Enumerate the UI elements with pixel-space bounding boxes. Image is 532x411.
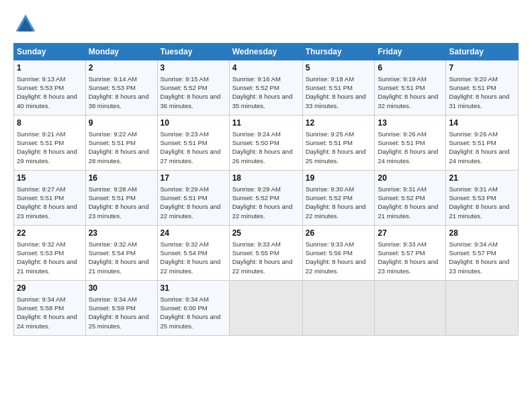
- day-number: 6: [378, 62, 443, 74]
- sunset-text: Sunset: 5:53 PM: [17, 84, 64, 91]
- logo: [13, 12, 42, 36]
- daylight-text: Daylight: 8 hours and 21 minutes.: [89, 258, 149, 274]
- day-number: 19: [306, 173, 372, 184]
- daylight-text: Daylight: 8 hours and 33 minutes.: [306, 93, 366, 109]
- sunset-text: Sunset: 5:52 PM: [232, 84, 279, 91]
- sunset-text: Sunset: 5:53 PM: [89, 84, 136, 91]
- weekday-header-saturday: Saturday: [446, 44, 519, 60]
- daylight-text: Daylight: 8 hours and 26 minutes.: [232, 148, 293, 164]
- calendar-cell: 2Sunrise: 9:14 AMSunset: 5:53 PMDaylight…: [85, 60, 157, 116]
- sunset-text: Sunset: 5:51 PM: [161, 139, 208, 146]
- calendar-cell: 12Sunrise: 9:25 AMSunset: 5:51 PMDayligh…: [302, 116, 375, 171]
- sunrise-text: Sunrise: 9:19 AM: [378, 75, 426, 83]
- day-number: 18: [232, 173, 300, 184]
- day-number: 12: [306, 118, 372, 129]
- daylight-text: Daylight: 8 hours and 22 minutes.: [306, 203, 366, 219]
- daylight-text: Daylight: 8 hours and 29 minutes.: [17, 148, 77, 164]
- day-number: 8: [17, 118, 83, 129]
- sunrise-text: Sunrise: 9:33 AM: [232, 240, 281, 248]
- sunrise-text: Sunrise: 9:34 AM: [161, 295, 209, 303]
- sunrise-text: Sunrise: 9:34 AM: [89, 295, 137, 303]
- sunset-text: Sunset: 5:58 PM: [17, 304, 64, 312]
- sunset-text: Sunset: 5:51 PM: [378, 84, 425, 91]
- calendar-cell: 14Sunrise: 9:26 AMSunset: 5:51 PMDayligh…: [446, 116, 519, 171]
- daylight-text: Daylight: 8 hours and 24 minutes.: [449, 148, 509, 164]
- day-number: 24: [161, 228, 226, 239]
- daylight-text: Daylight: 8 hours and 24 minutes.: [378, 148, 438, 164]
- day-number: 9: [89, 118, 154, 129]
- daylight-text: Daylight: 8 hours and 22 minutes.: [232, 203, 293, 219]
- calendar-body: 1Sunrise: 9:13 AMSunset: 5:53 PMDaylight…: [14, 60, 519, 336]
- sunrise-text: Sunrise: 9:33 AM: [378, 240, 426, 248]
- sunset-text: Sunset: 5:51 PM: [449, 84, 496, 91]
- sunset-text: Sunset: 5:52 PM: [378, 194, 425, 201]
- sunrise-text: Sunrise: 9:20 AM: [449, 75, 497, 83]
- day-number: 22: [17, 228, 83, 239]
- day-number: 31: [161, 283, 226, 294]
- calendar-cell: 17Sunrise: 9:29 AMSunset: 5:51 PMDayligh…: [157, 171, 229, 226]
- daylight-text: Daylight: 8 hours and 23 minutes.: [449, 258, 509, 274]
- calendar-cell: 25Sunrise: 9:33 AMSunset: 5:55 PMDayligh…: [229, 226, 302, 281]
- daylight-text: Daylight: 8 hours and 23 minutes.: [89, 203, 149, 219]
- calendar-cell: 4Sunrise: 9:16 AMSunset: 5:52 PMDaylight…: [229, 60, 302, 116]
- calendar-cell: 1Sunrise: 9:13 AMSunset: 5:53 PMDaylight…: [14, 60, 86, 116]
- sunrise-text: Sunrise: 9:23 AM: [161, 130, 209, 138]
- calendar-header: SundayMondayTuesdayWednesdayThursdayFrid…: [14, 44, 519, 60]
- daylight-text: Daylight: 8 hours and 28 minutes.: [89, 148, 149, 164]
- calendar-cell: 23Sunrise: 9:32 AMSunset: 5:54 PMDayligh…: [85, 226, 157, 281]
- sunrise-text: Sunrise: 9:31 AM: [449, 185, 497, 193]
- day-number: 4: [232, 62, 300, 74]
- day-number: 23: [89, 228, 154, 239]
- sunset-text: Sunset: 5:51 PM: [161, 194, 208, 201]
- day-number: 10: [161, 118, 226, 129]
- sunset-text: Sunset: 5:56 PM: [306, 249, 353, 257]
- daylight-text: Daylight: 8 hours and 36 minutes.: [161, 93, 221, 109]
- calendar-cell: 30Sunrise: 9:34 AMSunset: 5:59 PMDayligh…: [85, 281, 157, 336]
- day-number: 7: [449, 62, 515, 74]
- daylight-text: Daylight: 8 hours and 22 minutes.: [232, 258, 293, 274]
- calendar-week-5: 29Sunrise: 9:34 AMSunset: 5:58 PMDayligh…: [14, 281, 519, 336]
- page: SundayMondayTuesdayWednesdayThursdayFrid…: [0, 0, 532, 411]
- sunset-text: Sunset: 5:51 PM: [378, 139, 425, 146]
- sunrise-text: Sunrise: 9:24 AM: [232, 130, 281, 138]
- weekday-header-thursday: Thursday: [302, 44, 375, 60]
- sunrise-text: Sunrise: 9:31 AM: [378, 185, 426, 193]
- sunrise-text: Sunrise: 9:34 AM: [17, 295, 65, 303]
- calendar-cell: 13Sunrise: 9:26 AMSunset: 5:51 PMDayligh…: [375, 116, 446, 171]
- day-number: 13: [378, 118, 443, 129]
- calendar-cell: 5Sunrise: 9:18 AMSunset: 5:51 PMDaylight…: [302, 60, 375, 116]
- calendar-cell: 29Sunrise: 9:34 AMSunset: 5:58 PMDayligh…: [14, 281, 86, 336]
- day-number: 1: [17, 62, 83, 74]
- calendar-cell: 22Sunrise: 9:32 AMSunset: 5:53 PMDayligh…: [14, 226, 86, 281]
- calendar-cell: 18Sunrise: 9:29 AMSunset: 5:52 PMDayligh…: [229, 171, 302, 226]
- calendar-cell: 26Sunrise: 9:33 AMSunset: 5:56 PMDayligh…: [302, 226, 375, 281]
- calendar-cell: [229, 281, 302, 336]
- daylight-text: Daylight: 8 hours and 25 minutes.: [306, 148, 366, 164]
- sunrise-text: Sunrise: 9:13 AM: [17, 75, 65, 83]
- calendar-cell: 28Sunrise: 9:34 AMSunset: 5:57 PMDayligh…: [446, 226, 519, 281]
- day-number: 15: [17, 173, 83, 184]
- sunrise-text: Sunrise: 9:15 AM: [161, 75, 209, 83]
- day-number: 3: [161, 62, 226, 74]
- daylight-text: Daylight: 8 hours and 32 minutes.: [378, 93, 438, 109]
- calendar-cell: 21Sunrise: 9:31 AMSunset: 5:53 PMDayligh…: [446, 171, 519, 226]
- sunrise-text: Sunrise: 9:32 AM: [17, 240, 65, 248]
- day-number: 30: [89, 283, 154, 294]
- calendar-cell: 20Sunrise: 9:31 AMSunset: 5:52 PMDayligh…: [375, 171, 446, 226]
- day-number: 11: [232, 118, 300, 129]
- day-number: 14: [449, 118, 515, 129]
- sunset-text: Sunset: 5:54 PM: [89, 249, 136, 257]
- sunset-text: Sunset: 5:50 PM: [232, 139, 279, 146]
- calendar-cell: 10Sunrise: 9:23 AMSunset: 5:51 PMDayligh…: [157, 116, 229, 171]
- sunrise-text: Sunrise: 9:25 AM: [306, 130, 354, 138]
- daylight-text: Daylight: 8 hours and 25 minutes.: [161, 313, 221, 329]
- sunrise-text: Sunrise: 9:32 AM: [89, 240, 137, 248]
- day-number: 28: [449, 228, 515, 239]
- sunset-text: Sunset: 5:54 PM: [161, 249, 208, 257]
- weekday-header-friday: Friday: [375, 44, 446, 60]
- sunset-text: Sunset: 5:51 PM: [306, 84, 353, 91]
- calendar-cell: 24Sunrise: 9:32 AMSunset: 5:54 PMDayligh…: [157, 226, 229, 281]
- daylight-text: Daylight: 8 hours and 21 minutes.: [17, 258, 77, 274]
- calendar-cell: 3Sunrise: 9:15 AMSunset: 5:52 PMDaylight…: [157, 60, 229, 116]
- daylight-text: Daylight: 8 hours and 35 minutes.: [232, 93, 293, 109]
